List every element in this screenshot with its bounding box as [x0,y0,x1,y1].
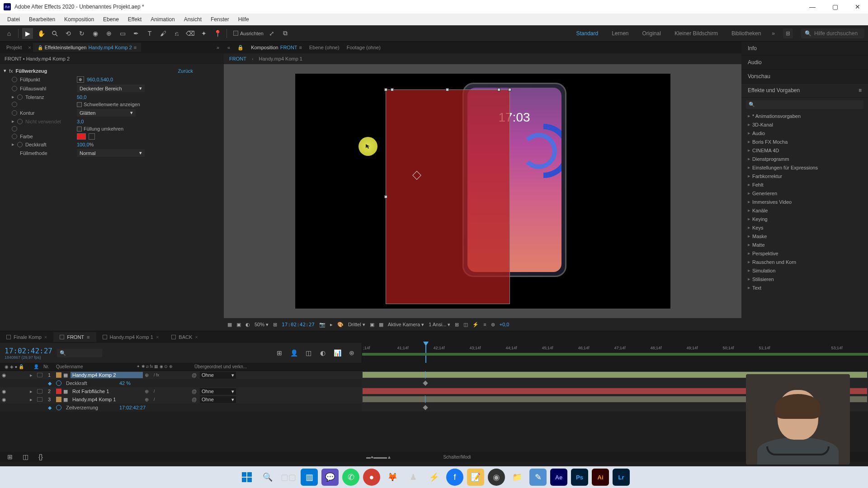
fx-category[interactable]: ▸ Boris FX Mocha [741,137,868,146]
fx-enable-icon[interactable]: fx [9,68,13,74]
fx-category[interactable]: ▸ Audio [741,129,868,137]
stopwatch-icon[interactable] [12,77,17,82]
timeline-tab[interactable]: Handy.mp4 Komp 1 × [96,332,165,342]
pen-tool-icon[interactable]: ✒ [131,28,142,39]
resolution-dropdown[interactable]: Drittel ▾ [348,322,365,328]
timeline-tab[interactable]: Finale Komp × [0,332,53,342]
stopwatch-icon[interactable] [17,119,23,124]
menu-fenster[interactable]: Fenster [206,14,234,24]
layer-tab[interactable]: Ebene (ohne) [309,45,340,50]
search-taskbar-icon[interactable]: 🔍 [259,469,276,486]
eraser-tool-icon[interactable]: ⌫ [185,28,196,39]
messenger-icon[interactable]: ⚡ [425,469,443,486]
motion-blur-icon[interactable]: ◐ [317,347,328,358]
firefox-icon[interactable]: 🦊 [384,469,401,486]
effect-name[interactable]: Füllwerkzeug [16,68,47,74]
menu-ansicht[interactable]: Ansicht [179,14,206,24]
editor-icon[interactable]: ✎ [529,469,547,486]
close-button[interactable]: ✕ [851,3,864,10]
keyframe-icon[interactable] [423,405,428,410]
parent-dropdown[interactable]: Ohne▾ [200,372,236,379]
menu-komposition[interactable]: Komposition [60,14,99,24]
color-swatch[interactable] [77,133,86,140]
workspace-more-icon[interactable]: » [772,30,775,37]
taskview-icon[interactable]: ▢▢ [280,469,297,486]
radius-value[interactable]: 3,0 [77,119,84,124]
menu-bearbeiten[interactable]: Bearbeiten [24,14,60,24]
visibility-toggle-icon[interactable]: ◉ [1,389,7,394]
home-tool-icon[interactable]: ⌂ [4,28,14,39]
effect-controls-tab[interactable]: 🔒 Effekteinstellungen Handy.mp4 Komp 2 ≡ [33,43,142,52]
shape-tool-icon[interactable]: ▭ [117,28,128,39]
layer-row[interactable]: ◉▸2▦Rot Farbfläche 1⊕ / @Ohne▾ [0,387,868,395]
stopwatch-icon[interactable] [17,142,23,147]
files-icon[interactable]: 📁 [509,469,526,486]
snap-edge-icon[interactable]: ⤢ [266,28,277,39]
stopwatch-icon[interactable] [12,102,17,107]
point-picker-icon[interactable]: ⊕ [77,76,84,83]
fast-preview-icon[interactable]: ⚡ [472,322,479,328]
eyedropper-icon[interactable] [89,133,95,140]
whatsapp-icon[interactable]: ✆ [342,469,359,486]
property-value[interactable]: 42 % [119,380,131,386]
resize-handle[interactable] [446,88,449,91]
photoshop-icon[interactable]: Ps [571,469,588,486]
fx-category[interactable]: ▸ Kanäle [741,206,868,215]
parent-pickwhip-icon[interactable]: @ [192,397,198,402]
camera-dropdown[interactable]: Aktive Kamera ▾ [388,322,425,328]
viewer-timecode[interactable]: 17:02:42:27 [282,322,315,328]
workspace-lernen[interactable]: Lernen [609,28,631,38]
composition-viewer[interactable]: 17:03 [224,64,741,318]
twirl-icon[interactable]: ▸ [12,141,14,147]
parent-dropdown[interactable]: Ohne▾ [200,388,236,395]
timeline-icon[interactable]: ≡ [483,322,486,327]
visibility-toggle-icon[interactable]: ◉ [1,397,7,403]
composition-tab[interactable]: Komposition FRONT ≡ [251,45,302,50]
aftereffects-icon[interactable]: Ae [550,469,567,486]
minimize-button[interactable]: — [806,3,819,10]
twirl-icon[interactable]: ▸ [30,397,35,403]
clone-tool-icon[interactable]: ⎌ [171,28,182,39]
project-tab[interactable]: Projekt [2,43,26,52]
resize-handle[interactable] [497,88,500,91]
switches-modes-toggle[interactable]: Schalter/Modi [443,455,471,460]
twirl-icon[interactable]: ▸ [30,372,35,378]
start-button[interactable] [238,469,255,486]
transparency-icon[interactable]: ▦ [379,322,383,328]
workspace-standard[interactable]: Standard [573,28,601,38]
property-row[interactable]: ◆Deckkraft42 % [0,379,868,387]
mask-toggle-icon[interactable]: ◐ [245,322,250,328]
fx-category[interactable]: ▸ Dienstprogramm [741,155,868,163]
maximize-button[interactable]: ▢ [828,3,842,10]
stopwatch-icon[interactable] [12,134,17,139]
hand-tool-icon[interactable]: ✋ [36,28,47,39]
parent-dropdown[interactable]: Ohne▾ [200,396,236,403]
fx-category[interactable]: ▸ CINEMA 4D [741,146,868,155]
layer-name[interactable]: Rot Farbfläche 1 [71,388,143,394]
timeline-timecode[interactable]: 17:02:42:27 [5,347,52,355]
shy-col-icon[interactable]: 👤 [33,364,40,369]
property-value[interactable]: 17:02:42:27 [119,405,146,410]
anchor-point-icon[interactable] [412,171,421,180]
workspace-original[interactable]: Original [640,28,664,38]
lightroom-icon[interactable]: Lr [613,469,630,486]
resize-handle[interactable] [391,88,394,91]
fx-category[interactable]: ▸ Maske [741,232,868,240]
fx-category[interactable]: ▸ Keys [741,223,868,232]
fx-category[interactable]: ▸ Farbkorrektur [741,172,868,180]
anchor-tool-icon[interactable]: ⊕ [104,28,114,39]
effects-presets-header[interactable]: Effekte und Vorgaben ≡ [741,84,868,98]
brainstorm-icon[interactable]: ⊛ [346,347,357,358]
layer-row[interactable]: ◉▸3▦Handy.mp4 Komp 1⊕ / @Ohne▾ [0,395,868,404]
tolerance-value[interactable]: 50,0 [77,94,86,100]
keyframe-nav-icon[interactable]: ◆ [48,380,54,386]
effects-search-input[interactable]: 🔍 [746,100,863,109]
toggle-switches-icon[interactable]: ⊞ [5,451,15,462]
layer-name[interactable]: Handy.mp4 Komp 2 [71,372,143,378]
camera-tool-icon[interactable]: ◉ [90,28,101,39]
selected-layer-bounds[interactable] [386,89,510,304]
zoom-tool-icon[interactable] [49,28,60,39]
comp-nav-front[interactable]: FRONT [229,56,246,61]
timeline-tab[interactable]: FRONT ≡ [53,332,96,342]
sync-icon[interactable]: ⊞ [783,28,793,38]
